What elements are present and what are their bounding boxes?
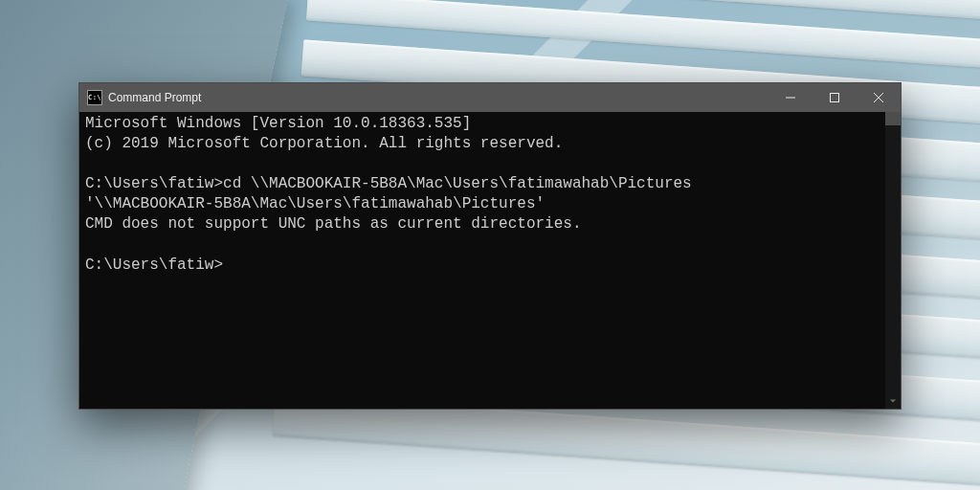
- cmd-icon: C:\: [87, 90, 102, 105]
- scroll-thumb[interactable]: [885, 112, 901, 125]
- terminal-line: Microsoft Windows [Version 10.0.18363.53…: [85, 115, 471, 132]
- chevron-down-icon: [889, 397, 897, 405]
- cursor: [223, 255, 231, 271]
- scroll-down-button[interactable]: [885, 393, 901, 409]
- terminal-line: C:\Users\fatiw>cd \\MACBOOKAIR-5B8A\Mac\…: [85, 175, 692, 192]
- minimize-button[interactable]: [768, 83, 813, 112]
- terminal-prompt: C:\Users\fatiw>: [85, 256, 223, 274]
- maximize-icon: [830, 93, 839, 102]
- terminal-line: CMD does not support UNC paths as curren…: [85, 215, 581, 233]
- terminal-output[interactable]: Microsoft Windows [Version 10.0.18363.53…: [79, 112, 885, 409]
- terminal-line: (c) 2019 Microsoft Corporation. All righ…: [85, 135, 563, 152]
- svg-rect-0: [831, 94, 839, 102]
- terminal-line: '\\MACBOOKAIR-5B8A\Mac\Users\fatimawahab…: [85, 195, 545, 212]
- close-button[interactable]: [857, 83, 901, 112]
- minimize-icon: [786, 93, 795, 102]
- close-icon: [874, 93, 883, 102]
- maximize-button[interactable]: [813, 83, 857, 112]
- command-prompt-window: C:\ Command Prompt Microsoft Windows [Ve…: [78, 82, 902, 410]
- window-title: Command Prompt: [108, 91, 201, 104]
- vertical-scrollbar[interactable]: [885, 112, 901, 409]
- client-area: Microsoft Windows [Version 10.0.18363.53…: [79, 112, 901, 409]
- titlebar[interactable]: C:\ Command Prompt: [79, 83, 901, 112]
